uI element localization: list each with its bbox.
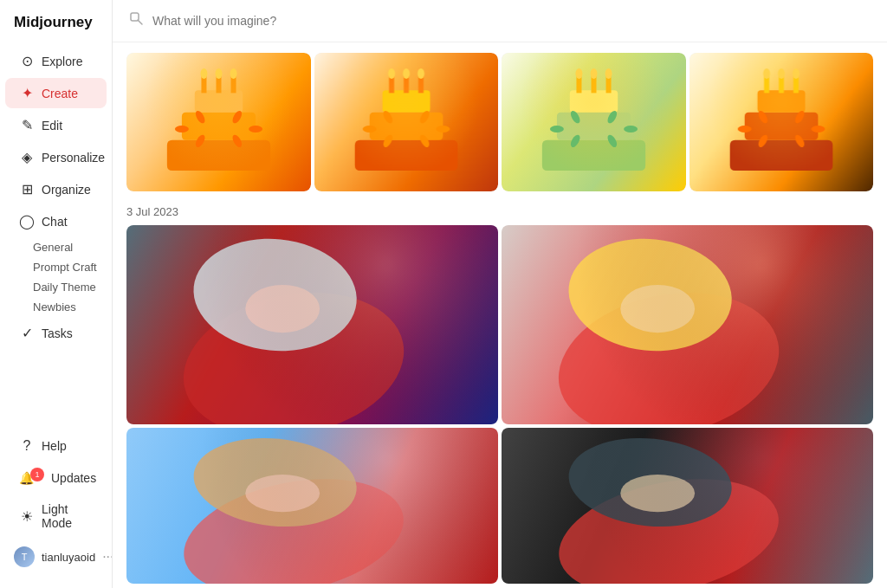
chat-sub-items: General Prompt Craft Daily Theme Newbies <box>0 237 112 317</box>
updates-badge: 1 <box>30 468 44 481</box>
user-profile[interactable]: T tianluyaoid ··· <box>0 540 112 574</box>
search-icon <box>130 12 144 29</box>
top-image-row <box>126 53 873 191</box>
sidebar-item-organize[interactable]: ⊞ Organize <box>5 174 107 204</box>
organize-icon: ⊞ <box>19 181 35 197</box>
svg-line-1 <box>138 20 142 24</box>
image-anime3[interactable] <box>126 428 498 584</box>
image-anime2[interactable] <box>502 225 873 424</box>
main-content: 3 Jul 2023 <box>113 0 887 588</box>
anime-grid <box>126 225 873 588</box>
username: tianluyaoid <box>42 551 95 564</box>
image-cake3[interactable] <box>502 53 686 191</box>
help-icon: ? <box>19 438 35 454</box>
date-label: 3 Jul 2023 <box>126 205 873 218</box>
image-cake1[interactable] <box>126 53 311 191</box>
sidebar-sub-daily-theme[interactable]: Daily Theme <box>33 277 112 297</box>
image-anime1[interactable] <box>126 225 498 424</box>
sidebar-item-tasks[interactable]: ✓ Tasks <box>5 318 107 348</box>
sidebar-item-updates[interactable]: 🔔 1 Updates <box>5 464 107 492</box>
app-logo: Midjourney <box>0 14 112 45</box>
sidebar-item-personalize[interactable]: ◈ Personalize New! <box>5 142 107 172</box>
chat-icon: ◯ <box>19 213 35 229</box>
explore-icon: ⊙ <box>19 53 35 69</box>
image-anime4[interactable] <box>502 428 873 584</box>
sidebar-bottom: ? Help 🔔 1 Updates ☀ Light Mode T tianlu… <box>0 423 112 574</box>
sidebar-item-explore[interactable]: ⊙ Explore <box>5 46 107 76</box>
sidebar-item-help[interactable]: ? Help <box>5 431 107 461</box>
image-cake4[interactable] <box>690 53 874 191</box>
create-icon: ✦ <box>19 85 35 101</box>
updates-icon-wrap: 🔔 1 <box>19 471 44 485</box>
image-cake2[interactable] <box>314 53 499 191</box>
sun-icon: ☀ <box>19 508 35 525</box>
sidebar-sub-newbies[interactable]: Newbies <box>33 297 112 317</box>
cake-left-group <box>126 53 498 191</box>
tasks-icon: ✓ <box>19 325 35 341</box>
edit-icon: ✎ <box>19 117 35 133</box>
sidebar-item-chat[interactable]: ◯ Chat <box>5 206 107 236</box>
search-bar <box>113 0 887 42</box>
personalize-icon: ◈ <box>19 149 35 165</box>
sidebar-sub-prompt-craft[interactable]: Prompt Craft <box>33 257 112 277</box>
sidebar-item-edit[interactable]: ✎ Edit <box>5 110 107 140</box>
sidebar-sub-general[interactable]: General <box>33 237 112 257</box>
sidebar-item-create[interactable]: ✦ Create <box>5 78 107 108</box>
cake-right-group <box>502 53 873 191</box>
user-menu-dots[interactable]: ··· <box>102 549 113 565</box>
sidebar-item-light-mode[interactable]: ☀ Light Mode <box>5 495 107 537</box>
search-input[interactable] <box>152 14 870 28</box>
content-area: 3 Jul 2023 <box>113 42 887 588</box>
sidebar: Midjourney ⊙ Explore ✦ Create ✎ Edit ◈ P… <box>0 0 113 588</box>
avatar: T <box>14 546 35 567</box>
